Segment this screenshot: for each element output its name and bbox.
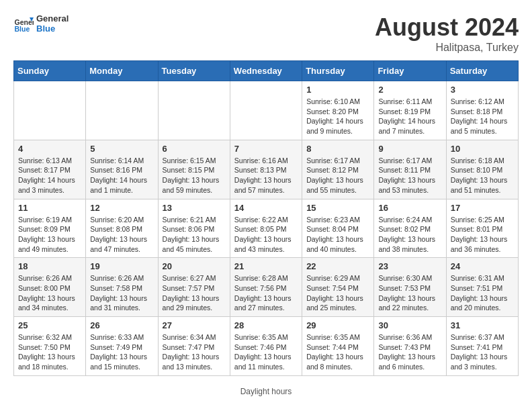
title-area: August 2024 Halitpasa, Turkey: [375, 13, 519, 54]
calendar-cell: 25Sunrise: 6:32 AM Sunset: 7:50 PM Dayli…: [14, 317, 86, 376]
days-header-row: SundayMondayTuesdayWednesdayThursdayFrid…: [14, 61, 519, 81]
calendar-cell: 30Sunrise: 6:36 AM Sunset: 7:43 PM Dayli…: [374, 317, 446, 376]
day-detail: Sunrise: 6:25 AM Sunset: 8:01 PM Dayligh…: [451, 215, 514, 255]
calendar-cell: 31Sunrise: 6:37 AM Sunset: 7:41 PM Dayli…: [446, 317, 518, 376]
day-detail: Sunrise: 6:35 AM Sunset: 7:44 PM Dayligh…: [306, 332, 369, 372]
day-detail: Sunrise: 6:12 AM Sunset: 8:18 PM Dayligh…: [451, 97, 514, 136]
day-number: 29: [306, 320, 369, 330]
day-number: 4: [18, 144, 81, 154]
day-number: 15: [306, 203, 369, 213]
day-number: 25: [18, 320, 81, 330]
day-detail: Sunrise: 6:11 AM Sunset: 8:19 PM Dayligh…: [378, 97, 441, 136]
day-detail: Sunrise: 6:10 AM Sunset: 8:20 PM Dayligh…: [306, 97, 369, 136]
day-number: 23: [378, 261, 441, 271]
calendar-cell: 28Sunrise: 6:35 AM Sunset: 7:46 PM Dayli…: [230, 317, 302, 376]
calendar-cell: 29Sunrise: 6:35 AM Sunset: 7:44 PM Dayli…: [302, 317, 374, 376]
day-number: 18: [18, 261, 81, 271]
day-number: 24: [451, 261, 514, 271]
day-detail: Sunrise: 6:17 AM Sunset: 8:11 PM Dayligh…: [378, 156, 441, 195]
day-detail: Sunrise: 6:19 AM Sunset: 8:09 PM Dayligh…: [18, 215, 81, 255]
day-detail: Sunrise: 6:32 AM Sunset: 7:50 PM Dayligh…: [18, 332, 81, 372]
day-number: 13: [163, 203, 226, 213]
calendar-cell: 7Sunrise: 6:16 AM Sunset: 8:13 PM Daylig…: [230, 140, 302, 199]
day-header-monday: Monday: [86, 61, 158, 81]
main-title: August 2024: [375, 13, 519, 42]
calendar-cell: 14Sunrise: 6:22 AM Sunset: 8:05 PM Dayli…: [230, 199, 302, 258]
day-number: 17: [451, 203, 514, 213]
calendar-cell: 1Sunrise: 6:10 AM Sunset: 8:20 PM Daylig…: [302, 81, 374, 140]
day-number: 22: [306, 261, 369, 271]
week-row-2: 11Sunrise: 6:19 AM Sunset: 8:09 PM Dayli…: [14, 199, 519, 258]
day-number: 8: [306, 144, 369, 154]
calendar-cell: 6Sunrise: 6:15 AM Sunset: 8:15 PM Daylig…: [158, 140, 230, 199]
calendar-cell: 9Sunrise: 6:17 AM Sunset: 8:11 PM Daylig…: [374, 140, 446, 199]
calendar-cell: 27Sunrise: 6:34 AM Sunset: 7:47 PM Dayli…: [158, 317, 230, 376]
calendar-cell: 11Sunrise: 6:19 AM Sunset: 8:09 PM Dayli…: [14, 199, 86, 258]
day-detail: Sunrise: 6:24 AM Sunset: 8:02 PM Dayligh…: [378, 215, 441, 255]
logo-general-text: General: [36, 13, 69, 24]
day-detail: Sunrise: 6:20 AM Sunset: 8:08 PM Dayligh…: [90, 215, 153, 255]
calendar-cell: [230, 81, 302, 140]
calendar-cell: 19Sunrise: 6:26 AM Sunset: 7:58 PM Dayli…: [86, 258, 158, 317]
day-number: 19: [90, 261, 153, 271]
day-detail: Sunrise: 6:28 AM Sunset: 7:56 PM Dayligh…: [234, 273, 298, 313]
calendar-cell: 16Sunrise: 6:24 AM Sunset: 8:02 PM Dayli…: [374, 199, 446, 258]
day-number: 28: [234, 320, 298, 330]
day-number: 10: [451, 144, 514, 154]
calendar-cell: [86, 81, 158, 140]
calendar-cell: 5Sunrise: 6:14 AM Sunset: 8:16 PM Daylig…: [86, 140, 158, 199]
day-header-tuesday: Tuesday: [158, 61, 230, 81]
calendar-cell: [14, 81, 86, 140]
calendar-cell: 2Sunrise: 6:11 AM Sunset: 8:19 PM Daylig…: [374, 81, 446, 140]
day-detail: Sunrise: 6:27 AM Sunset: 7:57 PM Dayligh…: [163, 273, 226, 313]
day-detail: Sunrise: 6:22 AM Sunset: 8:05 PM Dayligh…: [234, 215, 298, 255]
calendar-cell: 8Sunrise: 6:17 AM Sunset: 8:12 PM Daylig…: [302, 140, 374, 199]
day-number: 26: [90, 320, 153, 330]
logo-blue-text: Blue: [36, 24, 69, 34]
day-number: 7: [234, 144, 298, 154]
calendar-wrapper: SundayMondayTuesdayWednesdayThursdayFrid…: [7, 57, 525, 383]
week-row-3: 18Sunrise: 6:26 AM Sunset: 8:00 PM Dayli…: [14, 258, 519, 317]
day-detail: Sunrise: 6:36 AM Sunset: 7:43 PM Dayligh…: [378, 332, 441, 372]
calendar-cell: 17Sunrise: 6:25 AM Sunset: 8:01 PM Dayli…: [446, 199, 518, 258]
day-number: 30: [378, 320, 441, 330]
calendar-cell: 23Sunrise: 6:30 AM Sunset: 7:53 PM Dayli…: [374, 258, 446, 317]
day-detail: Sunrise: 6:33 AM Sunset: 7:49 PM Dayligh…: [90, 332, 153, 372]
day-detail: Sunrise: 6:18 AM Sunset: 8:10 PM Dayligh…: [451, 156, 514, 195]
day-header-saturday: Saturday: [446, 61, 518, 81]
day-number: 11: [18, 203, 81, 213]
day-detail: Sunrise: 6:15 AM Sunset: 8:15 PM Dayligh…: [163, 156, 226, 195]
day-header-sunday: Sunday: [14, 61, 86, 81]
calendar-cell: 21Sunrise: 6:28 AM Sunset: 7:56 PM Dayli…: [230, 258, 302, 317]
calendar-cell: 4Sunrise: 6:13 AM Sunset: 8:17 PM Daylig…: [14, 140, 86, 199]
calendar-cell: [158, 81, 230, 140]
day-detail: Sunrise: 6:14 AM Sunset: 8:16 PM Dayligh…: [90, 156, 153, 195]
day-detail: Sunrise: 6:35 AM Sunset: 7:46 PM Dayligh…: [234, 332, 298, 372]
day-header-thursday: Thursday: [302, 61, 374, 81]
day-detail: Sunrise: 6:21 AM Sunset: 8:06 PM Dayligh…: [163, 215, 226, 255]
day-detail: Sunrise: 6:37 AM Sunset: 7:41 PM Dayligh…: [451, 332, 514, 372]
day-detail: Sunrise: 6:16 AM Sunset: 8:13 PM Dayligh…: [234, 156, 298, 195]
calendar-table: SundayMondayTuesdayWednesdayThursdayFrid…: [13, 60, 519, 376]
day-number: 16: [378, 203, 441, 213]
subtitle: Halitpasa, Turkey: [375, 42, 519, 54]
calendar-cell: 24Sunrise: 6:31 AM Sunset: 7:51 PM Dayli…: [446, 258, 518, 317]
day-number: 31: [451, 320, 514, 330]
day-number: 3: [451, 85, 514, 95]
day-detail: Sunrise: 6:29 AM Sunset: 7:54 PM Dayligh…: [306, 273, 369, 313]
day-number: 2: [378, 85, 441, 95]
week-row-0: 1Sunrise: 6:10 AM Sunset: 8:20 PM Daylig…: [14, 81, 519, 140]
calendar-cell: 12Sunrise: 6:20 AM Sunset: 8:08 PM Dayli…: [86, 199, 158, 258]
day-detail: Sunrise: 6:31 AM Sunset: 7:51 PM Dayligh…: [451, 273, 514, 313]
day-number: 20: [163, 261, 226, 271]
day-detail: Sunrise: 6:26 AM Sunset: 8:00 PM Dayligh…: [18, 273, 81, 313]
day-detail: Sunrise: 6:23 AM Sunset: 8:04 PM Dayligh…: [306, 215, 369, 255]
day-number: 27: [163, 320, 226, 330]
calendar-cell: 10Sunrise: 6:18 AM Sunset: 8:10 PM Dayli…: [446, 140, 518, 199]
week-row-4: 25Sunrise: 6:32 AM Sunset: 7:50 PM Dayli…: [14, 317, 519, 376]
day-number: 9: [378, 144, 441, 154]
calendar-cell: 22Sunrise: 6:29 AM Sunset: 7:54 PM Dayli…: [302, 258, 374, 317]
day-header-friday: Friday: [374, 61, 446, 81]
header: General Blue General Blue August 2024 Ha…: [7, 7, 525, 57]
logo-icon: General Blue: [13, 13, 34, 34]
